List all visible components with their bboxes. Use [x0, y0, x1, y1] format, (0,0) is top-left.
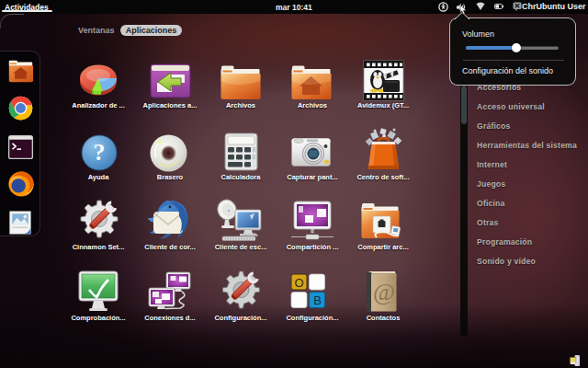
svg-text:@: @ — [373, 279, 395, 305]
svg-text:?: ? — [94, 139, 106, 166]
svg-text:B: B — [313, 293, 322, 307]
svg-text:O: O — [294, 276, 303, 290]
